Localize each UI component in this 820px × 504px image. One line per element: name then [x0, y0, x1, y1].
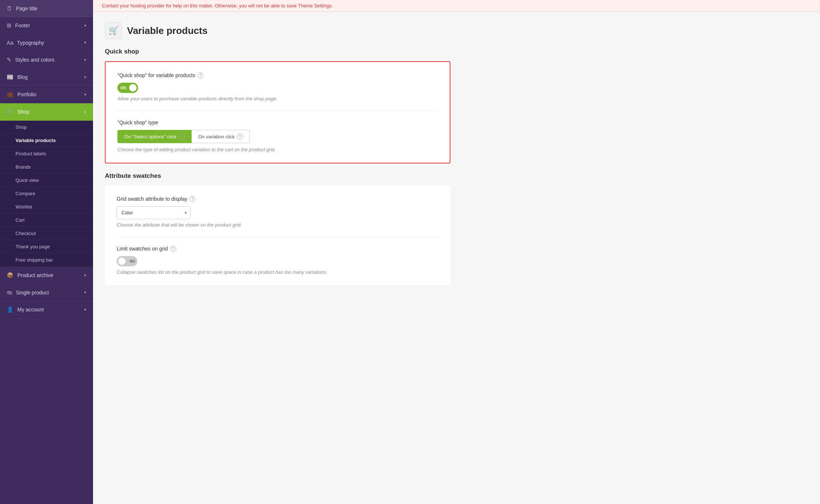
sidebar-label-blog: Blog [17, 74, 28, 80]
toggle-slider-on[interactable]: ON [117, 83, 138, 93]
footer-icon: ⊞ [7, 22, 11, 29]
sidebar-label-single-product: Single product [16, 290, 49, 296]
page-title: Variable products [127, 25, 207, 37]
grid-swatch-select[interactable]: Color Size Style [117, 206, 191, 219]
quick-shop-toggle-help[interactable]: ? [198, 72, 203, 78]
subitem-quick-view[interactable]: Quick view [0, 174, 93, 187]
limit-swatches-label: Limit swatches on grid ? [117, 246, 439, 252]
portfolio-chevron: ▾ [84, 92, 86, 97]
attribute-swatches-card: Grid swatch attribute to display ? Color… [105, 186, 450, 285]
btn-variation-click[interactable]: On variation click ? [192, 130, 250, 143]
my-account-chevron: ▾ [84, 307, 86, 312]
blog-chevron: ▾ [84, 75, 86, 80]
toggle-wrap: ON [117, 83, 438, 93]
sidebar-item-styles[interactable]: ✎ Styles and colors ▾ [0, 51, 93, 69]
subitem-cart[interactable]: Cart [0, 214, 93, 227]
limit-swatches-row: Limit swatches on grid ? NO Collapse swa… [117, 246, 439, 275]
shop-icon: 🛒 [7, 108, 14, 115]
typography-icon: Aa [7, 39, 13, 46]
attribute-swatches-title: Attribute swatches [105, 172, 450, 180]
sidebar-item-portfolio[interactable]: 💼 Portfolio ▾ [0, 86, 93, 103]
quick-shop-toggle[interactable]: ON [117, 83, 138, 93]
footer-chevron: ▾ [84, 23, 86, 28]
subitem-wishlist[interactable]: Wishlist [0, 200, 93, 214]
subitem-product-labels[interactable]: Product labels [0, 147, 93, 160]
subitem-free-shipping[interactable]: Free shipping bar [0, 253, 93, 267]
quick-shop-type-row: "Quick shop" type On "Select options" cl… [117, 120, 438, 152]
limit-swatches-help[interactable]: ? [170, 246, 176, 252]
grid-swatch-select-wrap: Color Size Style ▾ [117, 206, 191, 219]
sidebar: 🗒 Page title ⊞ Footer ▾ Aa Typography ▾ … [0, 0, 93, 504]
sidebar-item-typography[interactable]: Aa Typography ▾ [0, 34, 93, 51]
content-area: 🛒 Variable products Quick shop "Quick sh… [93, 12, 462, 304]
sidebar-label-page-title: Page title [16, 6, 37, 11]
btn-option2-help[interactable]: ? [237, 134, 243, 139]
my-account-icon: 👤 [7, 306, 14, 313]
sidebar-label-styles: Styles and colors [15, 57, 55, 63]
limit-swatches-toggle-wrap: NO [117, 256, 439, 266]
quick-shop-toggle-desc: Allow your users to purchase variable pr… [117, 96, 438, 101]
toggle-off-label: NO [130, 259, 135, 263]
btn-select-options[interactable]: On "Select options" click ? [117, 130, 192, 143]
subitem-brands[interactable]: Brands [0, 160, 93, 174]
sidebar-item-page-title[interactable]: 🗒 Page title [0, 0, 93, 17]
subitem-variable-products[interactable]: Variable products [0, 134, 93, 147]
subitem-compare[interactable]: Compare [0, 187, 93, 200]
quick-shop-type-buttons: On "Select options" click ? On variation… [117, 130, 438, 143]
quick-shop-type-desc: Choose the type of adding product variat… [117, 147, 438, 152]
sidebar-item-single-product[interactable]: 🛍 Single product ▾ [0, 284, 93, 301]
sidebar-label-my-account: My account [17, 307, 44, 313]
quick-shop-title: Quick shop [105, 48, 450, 55]
quick-shop-toggle-row: "Quick shop" for variable products ? ON … [117, 72, 438, 111]
grid-swatch-desc: Choose the attribute that will be shown … [117, 222, 439, 228]
subitem-thank-you[interactable]: Thank you page [0, 240, 93, 253]
styles-chevron: ▾ [84, 58, 86, 62]
single-product-chevron: ▾ [84, 290, 86, 295]
sidebar-item-my-account[interactable]: 👤 My account ▾ [0, 301, 93, 318]
toggle-on-label: ON [120, 86, 126, 90]
page-title-icon: 🗒 [7, 5, 12, 11]
sidebar-item-blog[interactable]: 📰 Blog ▾ [0, 69, 93, 86]
typography-chevron: ▾ [84, 40, 86, 45]
subitem-checkout[interactable]: Checkout [0, 227, 93, 240]
quick-shop-type-label: "Quick shop" type [117, 120, 438, 125]
shop-submenu: Shop Variable products Product labels Br… [0, 121, 93, 267]
quick-shop-card: "Quick shop" for variable products ? ON … [105, 61, 450, 163]
sidebar-label-product-archive: Product archive [17, 272, 53, 278]
grid-swatch-row: Grid swatch attribute to display ? Color… [117, 196, 439, 237]
sidebar-label-typography: Typography [17, 40, 44, 46]
grid-swatch-label: Grid swatch attribute to display ? [117, 196, 439, 202]
portfolio-icon: 💼 [7, 91, 14, 98]
main-content: Contact your hosting provider for help o… [93, 0, 820, 504]
product-archive-chevron: ▾ [84, 273, 86, 278]
page-header: 🛒 Variable products [105, 22, 450, 39]
sidebar-label-footer: Footer [15, 23, 30, 28]
page-header-icon: 🛒 [105, 22, 122, 39]
sidebar-item-product-archive[interactable]: 📦 Product archive ▾ [0, 267, 93, 284]
product-archive-icon: 📦 [7, 272, 14, 279]
grid-swatch-help[interactable]: ? [189, 196, 195, 202]
subitem-shop[interactable]: Shop [0, 121, 93, 134]
sidebar-label-portfolio: Portfolio [17, 92, 36, 97]
quick-shop-toggle-label: "Quick shop" for variable products ? [117, 72, 438, 78]
sidebar-item-footer[interactable]: ⊞ Footer ▾ [0, 17, 93, 34]
toggle-slider-off[interactable]: NO [117, 256, 137, 266]
warning-text: Contact your hosting provider for help o… [102, 3, 333, 8]
limit-swatches-toggle[interactable]: NO [117, 256, 137, 266]
styles-icon: ✎ [7, 56, 11, 63]
shop-chevron: ∧ [83, 110, 86, 114]
single-product-icon: 🛍 [7, 289, 12, 296]
warning-bar: Contact your hosting provider for help o… [93, 0, 820, 12]
sidebar-item-shop[interactable]: 🛒 Shop ∧ [0, 103, 93, 121]
btn-option1-help[interactable]: ? [179, 134, 185, 139]
blog-icon: 📰 [7, 74, 14, 80]
sidebar-label-shop: Shop [17, 109, 30, 115]
limit-swatches-desc: Collapse swatches list on the product gr… [117, 269, 439, 275]
